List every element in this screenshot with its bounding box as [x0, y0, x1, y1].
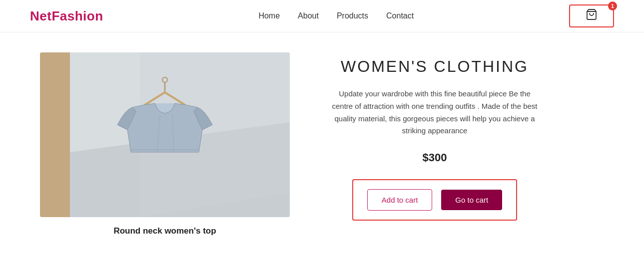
product-image — [40, 52, 290, 217]
product-details: WOMEN'S CLOTHING Update your wardrobe wi… — [330, 52, 540, 221]
nav: Home About Products Contact — [258, 11, 414, 20]
product-title: WOMEN'S CLOTHING — [341, 57, 529, 76]
product-price: $300 — [423, 151, 447, 164]
nav-about[interactable]: About — [298, 11, 319, 20]
main-content: Round neck women's top WOMEN'S CLOTHING … — [0, 32, 644, 256]
product-image-section: Round neck women's top — [40, 52, 290, 236]
product-description: Update your wardrobe with this fine beau… — [330, 88, 540, 137]
product-caption: Round neck women's top — [113, 226, 216, 236]
cart-button[interactable]: 1 — [569, 4, 614, 27]
svg-rect-2 — [40, 52, 70, 217]
nav-contact[interactable]: Contact — [386, 11, 414, 20]
go-to-cart-button[interactable]: Go to cart — [441, 190, 502, 210]
add-to-cart-button[interactable]: Add to cart — [367, 189, 433, 211]
cart-icon — [586, 8, 598, 23]
nav-home[interactable]: Home — [258, 11, 280, 20]
action-buttons-box: Add to cart Go to cart — [352, 179, 517, 221]
nav-products[interactable]: Products — [337, 11, 368, 20]
header: NetFashion Home About Products Contact 1 — [0, 0, 644, 32]
cart-badge: 1 — [608, 1, 617, 10]
logo[interactable]: NetFashion — [30, 8, 103, 24]
